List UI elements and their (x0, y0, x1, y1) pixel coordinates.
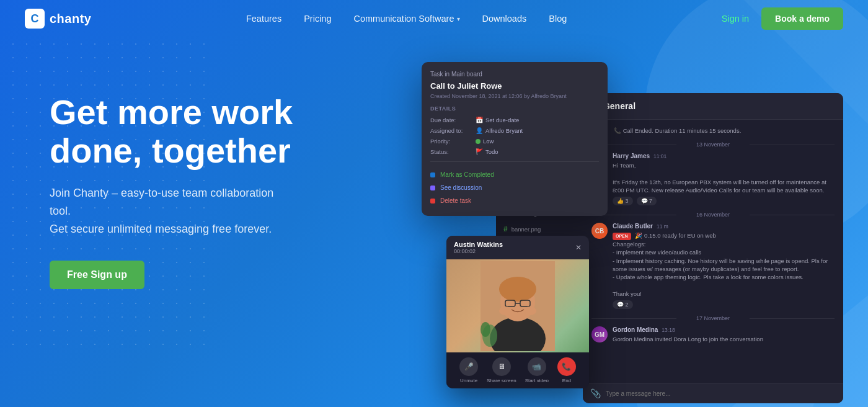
task-action-delete[interactable]: Delete task (430, 194, 599, 207)
nav-blog[interactable]: Blog (549, 14, 567, 24)
chat-message-claude: CB Claude Butler 11 m OPEN 🎉 0.15.0 read… (591, 223, 835, 309)
hero-title: Get more work done, together (50, 93, 372, 169)
chat-message-harry: HJ Harry James 11:01 Hi Team,It's Friday… (591, 153, 835, 205)
task-assigned-label: Assigned to: (430, 127, 471, 134)
chat-body: 📞 Call Ended. Duration 11 minutes 15 sec… (583, 120, 843, 357)
msg-content-gordon: Gordon Medina 13:18 Gordon Medina invite… (613, 326, 835, 343)
task-modal-header: Task in Main board (430, 71, 599, 78)
free-signup-button[interactable]: Free Sign up (50, 261, 144, 289)
task-priority-row: Priority: Low (430, 138, 599, 145)
reaction-thumbsup[interactable]: 👍 3 (613, 197, 633, 205)
nav-features[interactable]: Features (246, 14, 281, 24)
person-svg (480, 261, 555, 351)
task-assigned-row: Assigned to: 👤 Alfredo Bryant (430, 127, 599, 134)
video-controls: 🎤 Unmute 🖥 Share screen 📹 Start video 📞 … (446, 352, 589, 388)
attachment-icon[interactable]: 📎 (590, 388, 601, 398)
task-status-row: Status: 🚩 Todo (430, 148, 599, 155)
task-priority-label: Priority: (430, 138, 471, 145)
nav-communication-software[interactable]: Communication Software ▾ (354, 14, 460, 24)
unmute-label: Unmute (460, 378, 477, 383)
msg-content-harry: Harry James 11:01 Hi Team,It's Friday th… (613, 153, 835, 205)
msg-author-claude: Claude Butler (613, 223, 653, 230)
svg-point-10 (480, 322, 490, 337)
msg-header-gordon: Gordon Medina 13:18 (613, 326, 835, 333)
nav-pricing[interactable]: Pricing (304, 14, 331, 24)
msg-text-harry: Hi Team,It's Friday the 13th, no Europea… (613, 161, 835, 194)
reaction-comment[interactable]: 💬 7 (637, 197, 657, 205)
chat-main-window: # General 📞 Call Ended. Duration 11 minu… (583, 93, 843, 403)
start-video-label: Start video (525, 378, 549, 383)
svg-point-8 (524, 306, 536, 315)
task-status-label: Status: (430, 148, 471, 155)
chat-message-gordon: GM Gordon Medina 13:18 Gordon Medina inv… (591, 326, 835, 343)
hash-icon: # (503, 225, 508, 233)
video-call-time: 00:00:02 (454, 248, 503, 254)
share-screen-label: Share screen (487, 378, 516, 383)
chat-header: # General (583, 93, 843, 120)
svg-point-7 (499, 306, 512, 315)
video-call-name: Austin Watkins (454, 241, 503, 248)
msg-text-gordon: Gordon Medina invited Dora Long to join … (613, 335, 835, 343)
task-due-date-row: Due date: 📅 Set due-date (430, 117, 599, 123)
task-priority-value: Low (476, 138, 494, 145)
end-call-icon: 📞 (557, 357, 576, 376)
hero-subtitle: Join Chanty – easy-to-use team collabora… (50, 184, 298, 238)
channel-header-name: General (603, 101, 636, 111)
start-video-icon: 📹 (528, 357, 546, 376)
avatar-gordon: GM (591, 326, 608, 342)
close-icon[interactable]: ✕ (575, 243, 582, 252)
msg-time-claude: 11 m (657, 223, 668, 230)
svg-point-3 (499, 277, 536, 302)
start-video-button[interactable]: 📹 Start video (525, 357, 549, 383)
msg-text-claude: OPEN 🎉 0.15.0 ready for EU on web Change… (613, 231, 835, 298)
book-demo-button[interactable]: Book a demo (761, 7, 843, 30)
channel-banner-png[interactable]: # banner.png (496, 221, 595, 237)
task-assigned-value: 👤 Alfredo Bryant (476, 127, 523, 134)
date-divider-13-nov: 13 November (591, 141, 835, 148)
msg-author-gordon: Gordon Medina (613, 326, 658, 333)
sign-in-link[interactable]: Sign in (722, 14, 749, 24)
logo-icon: C (25, 9, 45, 29)
task-action-discuss[interactable]: See discussion (430, 181, 599, 194)
date-divider-17-nov: 17 November (591, 315, 835, 321)
brand-name: chanty (50, 12, 91, 26)
share-screen-button[interactable]: 🖥 Share screen (487, 357, 516, 383)
task-discuss-icon (430, 186, 435, 190)
nav-links: Features Pricing Communication Software … (246, 14, 567, 24)
nav-downloads[interactable]: Downloads (482, 14, 527, 24)
hero-left: Get more work done, together Join Chanty… (50, 56, 372, 289)
task-action-complete[interactable]: Mark as Completed (430, 168, 599, 181)
msg-author-harry: Harry James (613, 153, 650, 159)
reaction-comment-claude[interactable]: 💬 2 (613, 300, 633, 309)
msg-time-gordon: 13:18 (662, 327, 675, 333)
logo[interactable]: C chanty (25, 9, 91, 29)
task-modal-title: Call to Juliet Rowe (430, 81, 599, 91)
end-call-button[interactable]: 📞 End (557, 357, 576, 383)
task-due-date-value: 📅 Set due-date (476, 117, 519, 123)
navbar: C chanty Features Pricing Communication … (0, 0, 868, 37)
msg-reactions-claude: 💬 2 (613, 300, 835, 309)
task-modal-meta: Created November 18, 2021 at 12:06 by Al… (430, 93, 599, 99)
unmute-button[interactable]: 🎤 Unmute (459, 357, 478, 383)
chat-input[interactable] (606, 390, 836, 397)
msg-header-claude: Claude Butler 11 m (613, 223, 835, 230)
task-status-value: 🚩 Todo (476, 148, 498, 155)
video-call-widget: Austin Watkins 00:00:02 ✕ (446, 236, 589, 388)
channel-name-banner-png: banner.png (512, 226, 541, 233)
task-delete-icon (430, 199, 435, 204)
video-call-info: Austin Watkins 00:00:02 (454, 241, 503, 254)
msg-time-harry: 11:01 (653, 153, 666, 159)
unmute-icon: 🎤 (459, 357, 478, 376)
task-due-date-label: Due date: (430, 117, 471, 123)
hero-right: Task in Main board Call to Juliet Rowe C… (372, 56, 843, 407)
end-call-label: End (562, 378, 571, 383)
nav-actions: Sign in Book a demo (722, 7, 843, 30)
msg-reactions-harry: 👍 3 💬 7 (613, 197, 835, 205)
avatar-claude: CB (591, 223, 608, 239)
video-call-header: Austin Watkins 00:00:02 ✕ (446, 236, 589, 259)
task-modal-details-label: DETAILS (430, 105, 599, 112)
msg-content-claude: Claude Butler 11 m OPEN 🎉 0.15.0 ready f… (613, 223, 835, 309)
open-badge: OPEN (613, 233, 631, 240)
hero-section: Get more work done, together Join Chanty… (0, 37, 868, 407)
video-frame (446, 259, 589, 352)
